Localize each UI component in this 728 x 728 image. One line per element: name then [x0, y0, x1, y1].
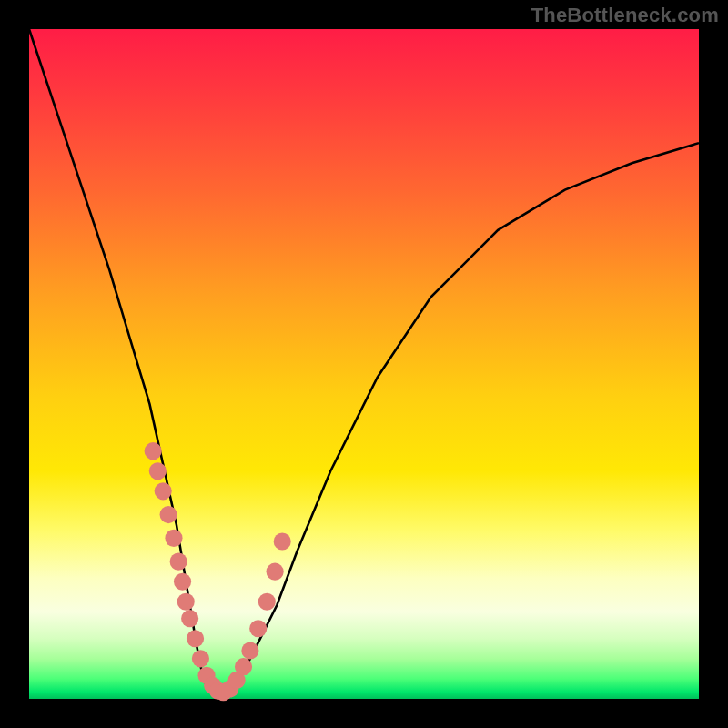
curve-marker	[160, 506, 177, 523]
curve-marker	[187, 630, 204, 647]
curve-marker	[241, 642, 258, 659]
chart-frame: TheBottleneck.com	[0, 0, 728, 728]
curve-marker	[170, 553, 187, 571]
curve-marker	[249, 620, 267, 637]
bottleneck-curve	[29, 29, 699, 693]
curve-marker	[149, 462, 167, 480]
chart-svg	[29, 29, 699, 699]
curve-marker	[181, 610, 198, 627]
curve-marker	[155, 482, 172, 500]
curve-marker	[235, 658, 252, 675]
curve-marker	[174, 573, 191, 591]
curve-marker	[165, 530, 182, 547]
curve-marker	[192, 650, 209, 667]
curve-marker	[267, 563, 284, 581]
watermark-text: TheBottleneck.com	[531, 4, 719, 27]
curve-marker	[177, 593, 195, 611]
plot-area	[29, 29, 699, 699]
curve-marker	[145, 442, 162, 460]
curve-marker	[258, 593, 276, 611]
curve-marker	[274, 532, 291, 550]
